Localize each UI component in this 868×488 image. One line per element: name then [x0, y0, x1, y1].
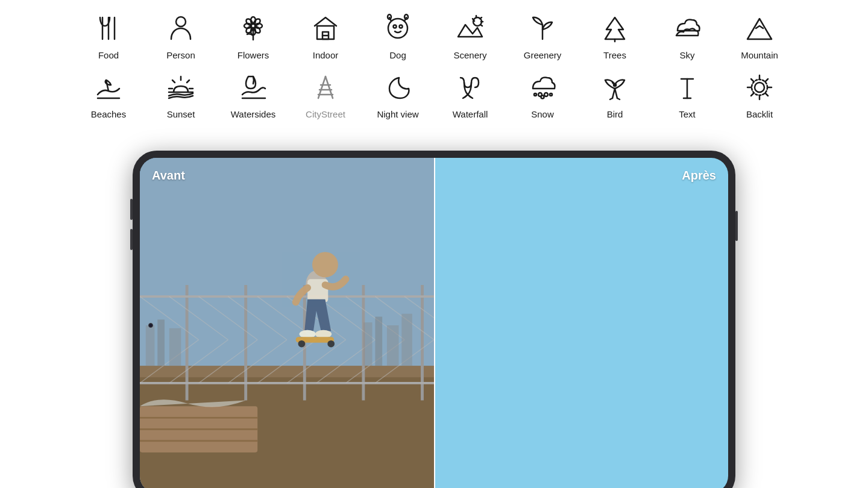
svg-line-52 — [751, 93, 754, 96]
volume-down-button — [130, 229, 133, 250]
flowers-label: Flowers — [237, 50, 269, 60]
bird-label: Bird — [607, 109, 623, 119]
svg-rect-100 — [375, 317, 382, 366]
icon-nightview: Night view — [362, 65, 434, 122]
mountain-label: Mountain — [741, 50, 778, 60]
svg-point-12 — [253, 25, 261, 34]
phone-top-notch — [398, 151, 470, 157]
screen-left-before — [140, 158, 434, 488]
svg-line-49 — [751, 79, 754, 82]
split-divider — [434, 158, 435, 488]
trees-label: Trees — [603, 50, 626, 60]
icon-trees: Trees — [579, 6, 651, 63]
scenery-label: Scenery — [453, 50, 486, 60]
phone-screen: Avant Après — [140, 158, 728, 488]
phone-mockup: Avant Après — [133, 151, 735, 488]
person-label: Person — [166, 50, 195, 60]
dog-label: Dog — [389, 50, 406, 60]
svg-rect-96 — [146, 325, 155, 366]
icons-section: Food Person — [0, 0, 868, 124]
svg-point-37 — [534, 93, 536, 96]
power-button — [735, 211, 738, 241]
sunset-label: Sunset — [167, 109, 195, 119]
icons-row-1: Food Person — [72, 6, 796, 63]
svg-point-10 — [253, 17, 261, 26]
icon-bird: Bird — [579, 65, 651, 122]
icon-sky: Sky — [651, 6, 723, 63]
svg-point-11 — [245, 25, 253, 34]
citystreet-label: CityStreet — [306, 109, 345, 119]
icon-flowers: Flowers — [217, 6, 289, 63]
svg-point-36 — [544, 93, 548, 96]
svg-rect-99 — [363, 322, 373, 366]
waterfall-label: Waterfall — [453, 109, 488, 119]
food-label: Food — [98, 50, 119, 60]
nightview-label: Night view — [377, 109, 418, 119]
icon-greenery: Greenery — [506, 6, 579, 63]
beaches-label: Beaches — [91, 109, 126, 119]
icon-backlit: Backlit — [723, 65, 796, 122]
svg-point-39 — [541, 95, 544, 98]
icon-snow: Snow — [506, 65, 579, 122]
icon-mountain: Mountain — [723, 6, 796, 63]
icon-waterfall: Waterfall — [434, 65, 506, 122]
sky-label: Sky — [679, 50, 694, 60]
svg-rect-97 — [157, 319, 165, 366]
svg-line-27 — [187, 80, 189, 83]
text-label: Text — [679, 109, 696, 119]
icon-text: Text — [651, 65, 723, 122]
icon-watersides: Watersides — [217, 65, 289, 122]
label-apres: Après — [682, 169, 716, 183]
svg-rect-98 — [169, 328, 181, 366]
svg-point-3 — [176, 17, 186, 27]
phone-outer: Avant Après — [133, 151, 735, 488]
svg-point-92 — [315, 330, 332, 338]
svg-line-51 — [766, 79, 769, 82]
svg-point-18 — [394, 25, 397, 28]
label-avant: Avant — [152, 169, 185, 183]
svg-point-95 — [327, 340, 335, 348]
icon-person: Person — [145, 6, 217, 63]
svg-point-9 — [245, 17, 253, 26]
icon-indoor: Indoor — [289, 6, 362, 63]
backlit-label: Backlit — [746, 109, 773, 119]
svg-point-94 — [298, 340, 306, 348]
svg-point-91 — [299, 330, 315, 338]
icon-citystreet: CityStreet — [289, 65, 362, 122]
front-camera — [148, 323, 153, 328]
icon-sunset: Sunset — [145, 65, 217, 122]
svg-line-26 — [172, 80, 175, 83]
svg-line-50 — [766, 93, 769, 96]
greenery-label: Greenery — [524, 50, 562, 60]
icon-scenery: Scenery — [434, 6, 506, 63]
svg-point-89 — [312, 252, 338, 277]
svg-rect-101 — [387, 325, 399, 366]
volume-up-button — [130, 199, 133, 220]
svg-point-38 — [550, 93, 552, 96]
icon-food: Food — [72, 6, 145, 63]
svg-point-44 — [755, 83, 764, 92]
svg-rect-102 — [401, 314, 412, 366]
indoor-label: Indoor — [313, 50, 339, 60]
watersides-label: Watersides — [231, 109, 275, 119]
snow-label: Snow — [531, 109, 554, 119]
icon-dog: Dog — [362, 6, 434, 63]
icons-row-2: Beaches Sunset — [72, 65, 796, 122]
icon-beaches: Beaches — [72, 65, 145, 122]
svg-point-19 — [400, 25, 403, 28]
